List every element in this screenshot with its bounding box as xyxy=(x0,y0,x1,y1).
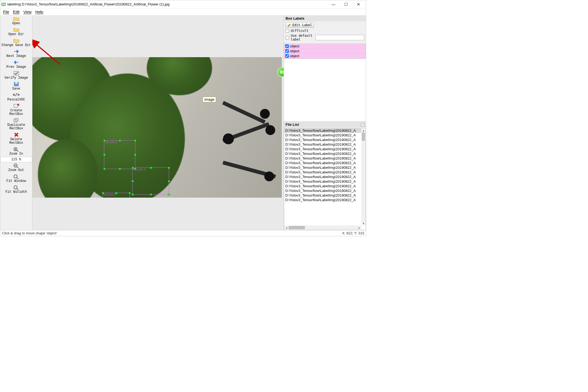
bbox-handle[interactable] xyxy=(103,154,105,156)
scroll-left-icon[interactable]: ◂ xyxy=(284,225,289,230)
bbox-handle[interactable] xyxy=(132,194,134,195)
right-panel: Box Labels Edit Label difficult Use defa… xyxy=(284,16,366,230)
change-save-dir-button[interactable]: Change Save Dir xyxy=(0,37,32,48)
file-item[interactable]: D:\Yolov3_Tensorflow\LabelImg\20190822_A xyxy=(284,165,361,170)
menu-help[interactable]: Help xyxy=(34,9,45,15)
open-button[interactable]: Open xyxy=(0,16,32,26)
prev-image-button[interactable]: Prev Image xyxy=(0,59,32,70)
label-row[interactable]: object xyxy=(284,54,366,59)
filelist-dock-button[interactable]: ▫ xyxy=(361,123,364,126)
bbox-handle[interactable] xyxy=(119,168,121,170)
file-item[interactable]: D:\Yolov3_Tensorflow\LabelImg\20190822_A xyxy=(284,193,361,198)
verify-image-button[interactable]: Verify Image xyxy=(0,70,32,81)
difficult-checkbox-row[interactable]: difficult xyxy=(286,29,364,33)
bbox-handle[interactable] xyxy=(102,192,104,194)
bbox-handle[interactable] xyxy=(168,167,170,169)
duplicate-rectbox-label: Duplicate RectBox xyxy=(7,123,25,130)
default-label-input[interactable] xyxy=(316,35,364,40)
zoom-value[interactable]: 115 % xyxy=(0,157,32,162)
label-row[interactable]: object xyxy=(284,44,366,49)
file-item[interactable]: D:\Yolov3_Tensorflow\LabelImg\20190822_A xyxy=(284,142,361,147)
svg-line-15 xyxy=(17,167,19,168)
bbox-2[interactable]: object xyxy=(103,193,130,198)
difficult-checkbox[interactable] xyxy=(286,29,289,33)
fit-width-button[interactable]: Fit Witidth xyxy=(0,184,32,195)
bbox-handle[interactable] xyxy=(150,167,152,169)
status-coords: X: 822; Y: 315 xyxy=(342,231,364,235)
bbox-0[interactable]: object xyxy=(104,140,135,169)
svg-line-18 xyxy=(17,178,19,179)
scroll-down-icon[interactable]: ▾ xyxy=(361,221,366,225)
file-item[interactable]: D:\Yolov3_Tensorflow\LabelImg\20190822_A xyxy=(284,147,361,151)
image-tooltip: Image xyxy=(203,97,216,102)
window-controls: — ☐ ✕ xyxy=(327,0,365,8)
file-item[interactable]: D:\Yolov3_Tensorflow\LabelImg\20190822_A xyxy=(284,133,361,137)
maximize-button[interactable]: ☐ xyxy=(340,0,352,8)
bbox-handle[interactable] xyxy=(103,140,105,142)
label-checkbox[interactable] xyxy=(285,54,289,58)
scroll-up-icon[interactable]: ▴ xyxy=(361,128,366,133)
pascalvoc-button[interactable]: </>PascalVOC xyxy=(0,92,32,103)
create-rectbox-button[interactable]: Create RectBox xyxy=(0,103,32,117)
file-item[interactable]: D:\Yolov3_Tensorflow\LabelImg\20190822_A xyxy=(284,184,361,188)
save-button[interactable]: Save xyxy=(0,81,32,92)
bbox-handle[interactable] xyxy=(132,180,134,182)
scroll-right-icon[interactable]: ▸ xyxy=(357,225,361,230)
file-list[interactable]: D:\Yolov3_Tensorflow\LabelImg\20190822_A… xyxy=(284,128,366,230)
filelist-hscroll[interactable]: ◂ ▸ xyxy=(284,225,361,230)
folder-icon xyxy=(13,16,20,21)
image-frame[interactable]: objectobjectobject xyxy=(32,57,282,198)
delete-rectbox-button[interactable]: Delete RectBox xyxy=(0,131,32,146)
bbox-handle[interactable] xyxy=(103,168,105,170)
fit-window-button[interactable]: Fit Window xyxy=(0,173,32,184)
bbox-label: object xyxy=(103,192,116,197)
label-list[interactable]: objectobjectobject xyxy=(284,44,366,59)
file-item[interactable]: D:\Yolov3_Tensorflow\LabelImg\20190822_A xyxy=(284,128,361,133)
bbox-handle[interactable] xyxy=(134,140,136,142)
bbox-1[interactable]: object xyxy=(132,167,169,195)
file-item[interactable]: D:\Yolov3_Tensorflow\LabelImg\20190822_A xyxy=(284,188,361,193)
fit-width-label: Fit Witidth xyxy=(5,190,27,194)
bbox-handle[interactable] xyxy=(129,192,131,194)
bbox-handle[interactable] xyxy=(134,154,136,156)
bbox-handle[interactable] xyxy=(168,194,170,195)
close-button[interactable]: ✕ xyxy=(352,0,365,8)
file-item[interactable]: D:\Yolov3_Tensorflow\LabelImg\20190822_A xyxy=(284,170,361,174)
verify-image-label: Verify Image xyxy=(4,76,28,80)
filelist-vscroll[interactable]: ▴ ▾ xyxy=(361,128,366,225)
zoom-out-button[interactable]: Zoom Out xyxy=(0,162,32,173)
file-item[interactable]: D:\Yolov3_Tensorflow\LabelImg\20190822_A xyxy=(284,198,361,202)
file-item[interactable]: D:\Yolov3_Tensorflow\LabelImg\20190822_A xyxy=(284,156,361,161)
label-checkbox[interactable] xyxy=(285,49,289,53)
svg-rect-1 xyxy=(2,4,3,4)
next-image-button[interactable]: Next Image xyxy=(0,48,32,59)
file-item[interactable]: D:\Yolov3_Tensorflow\LabelImg\20190822_A xyxy=(284,161,361,165)
canvas-area[interactable]: objectobjectobject Image 63 xyxy=(32,16,284,230)
edit-label-button[interactable]: Edit Label xyxy=(286,22,314,28)
bbox-handle[interactable] xyxy=(115,192,117,194)
menu-edit[interactable]: Edit xyxy=(11,9,21,15)
file-item[interactable]: D:\Yolov3_Tensorflow\LabelImg\20190822_A xyxy=(284,151,361,156)
label-row[interactable]: object xyxy=(284,49,366,54)
menu-file[interactable]: File xyxy=(1,9,11,15)
file-item[interactable]: D:\Yolov3_Tensorflow\LabelImg\20190822_A xyxy=(284,137,361,142)
file-item[interactable]: D:\Yolov3_Tensorflow\LabelImg\20190822_A xyxy=(284,179,361,184)
bbox-handle[interactable] xyxy=(119,140,121,142)
use-default-label-checkbox[interactable] xyxy=(286,36,289,39)
label-checkbox[interactable] xyxy=(285,44,289,48)
bbox-handle[interactable] xyxy=(132,167,134,169)
bbox-handle[interactable] xyxy=(168,180,170,182)
difficult-label: difficult xyxy=(291,29,308,33)
menu-view[interactable]: View xyxy=(22,9,33,15)
svg-point-2 xyxy=(4,4,5,5)
svg-rect-9 xyxy=(15,118,18,121)
svg-line-20 xyxy=(17,189,19,190)
bbox-handle[interactable] xyxy=(150,194,152,195)
file-item[interactable]: D:\Yolov3_Tensorflow\LabelImg\20190822_A xyxy=(284,174,361,179)
minimize-button[interactable]: — xyxy=(327,0,340,8)
status-hint: Click & drag to move shape 'object' xyxy=(2,231,57,235)
duplicate-rectbox-button[interactable]: Duplicate RectBox xyxy=(0,117,32,131)
dup-icon xyxy=(13,118,20,123)
open-dir-button[interactable]: Open Dir xyxy=(0,26,32,37)
zoom-in-button[interactable]: Zoom In xyxy=(0,146,32,157)
